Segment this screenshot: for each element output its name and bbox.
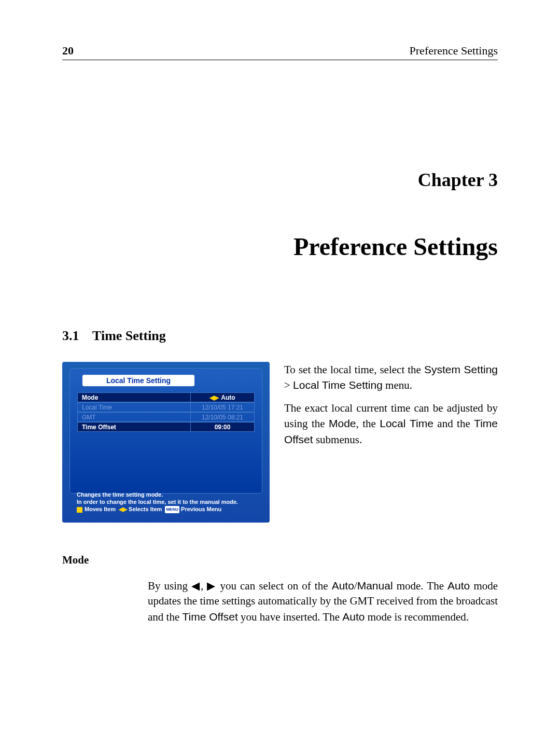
up-down-icon [77,507,82,513]
running-head: 20 Preference Settings [62,44,498,60]
screenshot-title: Local Time Setting [82,375,194,386]
row-label: GMT [77,412,190,422]
help-line-1: Changes the time setting mode. [77,491,259,498]
left-right-icon: ◀▶ [119,506,127,512]
row-value: ◀▶Auto [190,392,255,402]
left-right-icon: ◀▶ [209,394,219,401]
subheading-mode: Mode [62,554,498,567]
row-value: 12/10/05 17:21 [190,402,255,412]
help-nav-line: Moves Item ◀▶ Selects Item MENU Previous… [77,505,259,513]
figure-and-text: Local Time Setting Mode ◀▶Auto Local Tim… [62,362,498,523]
figure-description: To set the local time, select the System… [284,362,498,523]
mode-paragraph: By using ◀, ▶ you can select on of the A… [148,578,498,625]
row-label: Time Offset [77,422,190,432]
running-title: Preference Settings [410,44,498,58]
section-number: 3.1 [62,328,79,343]
row-value: 09:00 [190,422,255,432]
row-label: Mode [77,392,190,402]
screenshot-rows: Mode ◀▶Auto Local Time 12/10/05 17:21 GM… [77,392,255,432]
paragraph: The exact local current time can be adju… [284,401,498,447]
screenshot-panel: Local Time Setting Mode ◀▶Auto Local Tim… [69,368,262,494]
row-value: 12/10/05 08:21 [190,412,255,422]
row-label: Local Time [77,402,190,412]
screenshot-local-time-setting: Local Time Setting Mode ◀▶Auto Local Tim… [62,362,270,523]
row-mode: Mode ◀▶Auto [77,392,255,402]
chapter-title: Preference Settings [62,232,498,261]
row-local-time: Local Time 12/10/05 17:21 [77,402,255,412]
triangle-left-icon: ◀ [191,580,201,592]
row-time-offset: Time Offset 09:00 [77,422,255,432]
manual-page: 20 Preference Settings Chapter 3 Prefere… [0,0,560,746]
triangle-right-icon: ▶ [207,580,216,592]
help-line-2: In order to change the local time, set i… [77,498,259,505]
page-number: 20 [62,44,74,58]
screenshot-help: Changes the time setting mode. In order … [77,491,259,513]
section-heading: 3.1 Time Setting [62,328,498,344]
chapter-block: Chapter 3 Preference Settings [62,169,498,261]
chapter-label: Chapter 3 [62,169,498,191]
paragraph: To set the local time, select the System… [284,362,498,393]
menu-badge-icon: MENU [165,506,179,513]
row-gmt: GMT 12/10/05 08:21 [77,412,255,422]
section-title: Time Setting [92,328,166,343]
